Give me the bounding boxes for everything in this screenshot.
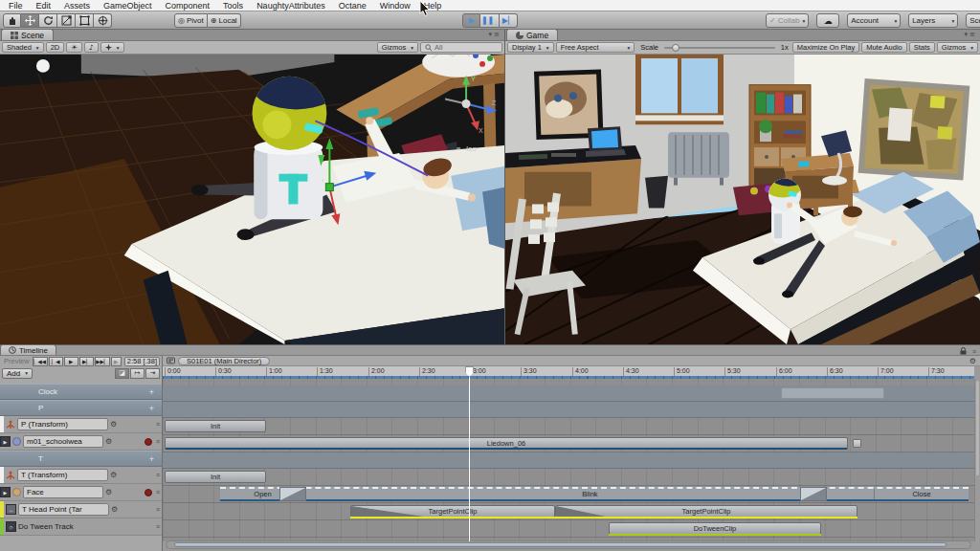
game-panel-menu-icon[interactable]: ▾≡ bbox=[965, 31, 977, 38]
liedown-clip[interactable]: Liedown_06 bbox=[165, 437, 848, 450]
collab-button[interactable]: ✓Collab▾ bbox=[766, 13, 809, 28]
menu-edit[interactable]: Edit bbox=[30, 1, 58, 11]
clock-clip[interactable] bbox=[781, 387, 884, 399]
transform-tool-button[interactable] bbox=[94, 13, 112, 28]
face-blink-clip[interactable]: Blink bbox=[306, 489, 875, 499]
add-clip-icon[interactable]: + bbox=[149, 387, 154, 397]
playhead-line[interactable] bbox=[469, 367, 470, 541]
axis-mode-label[interactable]: Iso bbox=[466, 144, 477, 153]
previous-frame-button[interactable]: ▏◀ bbox=[49, 357, 63, 366]
account-dropdown[interactable]: Account▾ bbox=[847, 13, 901, 28]
scene-panel-menu-icon[interactable]: ▾≡ bbox=[489, 31, 501, 38]
scrollbar-thumb[interactable] bbox=[976, 381, 979, 475]
menu-tools[interactable]: Tools bbox=[216, 1, 250, 11]
2d-toggle-button[interactable]: 2D bbox=[46, 42, 65, 53]
track-menu-icon[interactable]: ≡ bbox=[156, 438, 160, 445]
breadcrumb[interactable]: S01E01 (Main Director) bbox=[178, 357, 270, 365]
play-range-button[interactable]: ▶ bbox=[111, 357, 122, 366]
scene-lighting-toggle[interactable]: ☀ bbox=[66, 42, 82, 53]
menu-component[interactable]: Component bbox=[159, 1, 217, 11]
timeline-settings-gear-icon[interactable]: ⚙ bbox=[969, 357, 976, 365]
clip-hold-icon[interactable] bbox=[853, 439, 861, 448]
step-button[interactable]: ▶▏ bbox=[500, 13, 518, 28]
timeline-play-button[interactable]: ▶ bbox=[64, 357, 78, 366]
scrollbar-thumb[interactable] bbox=[174, 542, 946, 547]
timeline-vertical-scrollbar[interactable] bbox=[974, 379, 980, 541]
track-menu-icon[interactable]: ≡ bbox=[156, 421, 160, 428]
scene-gizmos-dropdown[interactable]: Gizmos▾ bbox=[377, 42, 418, 53]
next-frame-button[interactable]: ▶▏ bbox=[79, 357, 94, 366]
gear-icon[interactable]: ⚙ bbox=[105, 488, 112, 496]
aspect-dropdown[interactable]: Free Aspect▾ bbox=[556, 42, 635, 53]
record-toggle[interactable] bbox=[145, 438, 152, 446]
tab-game[interactable]: Game bbox=[506, 29, 558, 40]
rotate-tool-button[interactable] bbox=[39, 13, 57, 28]
move-tool-button[interactable] bbox=[21, 13, 39, 28]
ripple-mode-button[interactable]: ↦ bbox=[130, 368, 145, 379]
add-clip-icon[interactable]: + bbox=[149, 454, 154, 464]
layers-dropdown[interactable]: Layers▾ bbox=[908, 13, 958, 28]
menu-octane[interactable]: Octane bbox=[332, 1, 373, 11]
gear-icon[interactable]: ⚙ bbox=[105, 437, 112, 446]
track-t-head-point[interactable]: ↔ T Head Point (Tar ⚙ ≡ bbox=[0, 501, 162, 518]
menu-window[interactable]: Window bbox=[373, 1, 417, 11]
mix-mode-button[interactable]: ◪ bbox=[115, 368, 129, 379]
lock-icon[interactable] bbox=[960, 347, 967, 355]
t-init-clip[interactable]: Init bbox=[165, 471, 266, 483]
menu-file[interactable]: File bbox=[2, 1, 30, 11]
add-track-button[interactable]: Add▾ bbox=[2, 368, 33, 379]
scene-audio-toggle[interactable]: ♪ bbox=[84, 42, 99, 53]
preview-toggle[interactable]: Preview bbox=[2, 357, 32, 365]
tab-timeline[interactable]: Timeline bbox=[0, 344, 56, 355]
track-do-tween[interactable]: ◇ Do Tween Track ≡ bbox=[0, 518, 162, 536]
menu-naughtyattributes[interactable]: NaughtyAttributes bbox=[250, 1, 332, 11]
track-group-clock[interactable]: Clock+ bbox=[0, 384, 162, 400]
timeline-clip-area[interactable]: Init Liedown_06 Init Open Blink Close Ta… bbox=[163, 379, 974, 541]
local-toggle-button[interactable]: ⊕Local bbox=[208, 13, 241, 28]
go-to-start-button[interactable]: ▏◀◀ bbox=[33, 357, 48, 366]
rect-tool-button[interactable] bbox=[76, 13, 94, 28]
timeline-horizontal-scrollbar[interactable] bbox=[166, 540, 971, 549]
game-gizmos-dropdown[interactable]: Gizmos▾ bbox=[937, 42, 978, 53]
timeline-ruler[interactable]: 0:00 0:30 1:00 1:30 2:00 2:30 3:00 3:30 … bbox=[163, 366, 974, 376]
game-viewport[interactable] bbox=[505, 55, 980, 344]
scene-viewport[interactable]: Y Z X ≡ Iso bbox=[0, 55, 504, 344]
timeline-panel-menu-icon[interactable]: ≡ bbox=[972, 348, 976, 355]
face-clip-strip[interactable]: Open Blink Close bbox=[220, 487, 969, 501]
track-t-transform[interactable]: T (Transform) ⚙ ≡ bbox=[0, 467, 162, 484]
track-group-t[interactable]: T+ bbox=[0, 451, 162, 467]
menu-assets[interactable]: Assets bbox=[57, 1, 97, 11]
replace-mode-button[interactable]: ⇥ bbox=[145, 368, 160, 379]
stats-button[interactable]: Stats bbox=[909, 42, 935, 53]
maximize-on-play-button[interactable]: Maximize On Play bbox=[792, 42, 859, 53]
shading-mode-dropdown[interactable]: Shaded▾ bbox=[2, 42, 44, 53]
menu-gameobject[interactable]: GameObject bbox=[97, 1, 159, 11]
track-menu-icon[interactable]: ≡ bbox=[156, 472, 160, 478]
add-clip-icon[interactable]: + bbox=[149, 404, 154, 413]
scene-effects-dropdown[interactable]: ▾ bbox=[100, 42, 124, 53]
pan-tool-button[interactable] bbox=[3, 13, 21, 28]
pause-button[interactable]: ▌▌ bbox=[480, 13, 500, 28]
gear-icon[interactable]: ⚙ bbox=[110, 420, 117, 429]
track-group-p[interactable]: P+ bbox=[0, 400, 162, 416]
pivot-toggle-button[interactable]: ◎Pivot bbox=[174, 13, 208, 28]
display-dropdown[interactable]: Display 1▾ bbox=[507, 42, 554, 53]
scale-slider-knob[interactable] bbox=[672, 44, 679, 52]
go-to-end-button[interactable]: ▶▶▏ bbox=[95, 357, 110, 366]
gear-icon[interactable]: ⚙ bbox=[110, 471, 117, 479]
track-face[interactable]: ▶ Face ⚙ ≡ bbox=[0, 484, 162, 501]
track-menu-icon[interactable]: ≡ bbox=[156, 523, 160, 530]
track-menu-icon[interactable]: ≡ bbox=[156, 506, 160, 513]
p-init-clip[interactable]: Init bbox=[165, 420, 266, 432]
face-close-clip[interactable]: Close bbox=[875, 489, 969, 499]
cloud-button[interactable]: ☁ bbox=[816, 13, 839, 28]
scale-tool-button[interactable] bbox=[57, 13, 76, 28]
scale-slider[interactable] bbox=[664, 47, 775, 49]
current-time-field[interactable]: 2:58 [.38] bbox=[124, 357, 160, 366]
record-toggle[interactable] bbox=[145, 489, 152, 496]
tab-scene[interactable]: Scene bbox=[1, 29, 54, 40]
layout-dropdown[interactable]: Scene_Ga▾ bbox=[966, 13, 980, 28]
gear-icon[interactable]: ⚙ bbox=[111, 505, 118, 514]
track-menu-icon[interactable]: ≡ bbox=[156, 489, 160, 496]
play-button[interactable]: ▶ bbox=[462, 13, 480, 28]
